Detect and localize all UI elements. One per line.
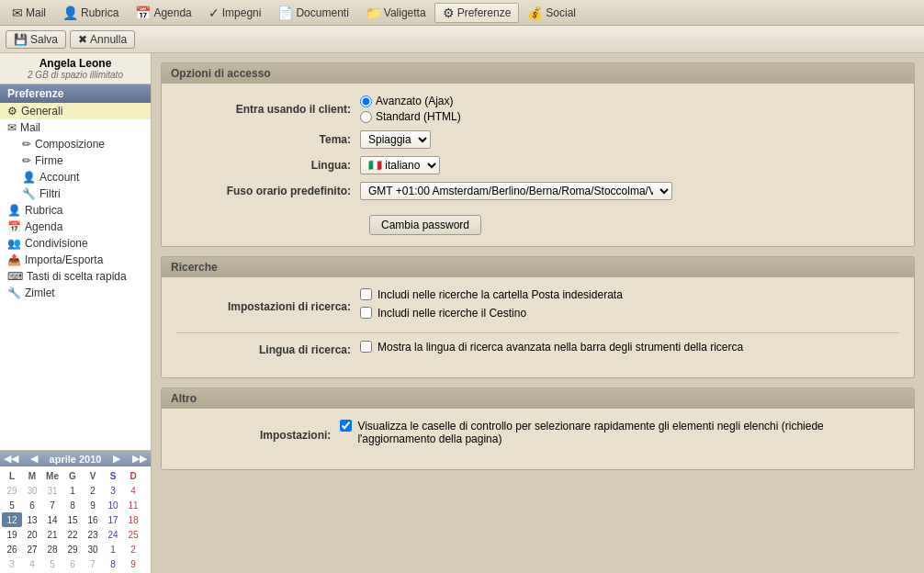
nav-social[interactable]: 💰 Social — [519, 3, 584, 23]
cal-next-next[interactable]: ▶▶ — [132, 453, 147, 465]
altro-checkbox-1[interactable] — [340, 420, 352, 432]
sidebar-item-tasti[interactable]: ⌨ Tasti di scelta rapida — [0, 268, 151, 285]
fuso-select[interactable]: GMT +01:00 Amsterdam/Berlino/Berna/Roma/… — [360, 182, 672, 200]
cal-day-5[interactable]: 5 — [2, 498, 22, 512]
radio-standard[interactable]: Standard (HTML) — [360, 110, 461, 123]
ricerca-option1-label: Includi nelle ricerche la cartella Posta… — [377, 288, 623, 301]
lingua-ricerca-checkbox[interactable] — [360, 341, 372, 353]
radio-avanzato[interactable]: Avanzato (Ajax) — [360, 95, 461, 107]
ricerca-checkbox-2[interactable] — [360, 307, 372, 319]
sidebar-item-importa[interactable]: 📤 Importa/Esporta — [0, 252, 151, 268]
cal-day-23[interactable]: 23 — [83, 527, 103, 542]
sidebar-item-condivisione[interactable]: 👥 Condivisione — [0, 235, 151, 252]
top-navigation: ✉ Mail 👤 Rubrica 📅 Agenda ✓ Impegni 📄 Do… — [0, 0, 924, 26]
cal-day-11[interactable]: 11 — [123, 498, 143, 512]
cal-day-1[interactable]: 1 — [62, 483, 83, 498]
filtri-icon: 🔧 — [22, 187, 36, 200]
cal-day-2[interactable]: 2 — [83, 483, 103, 498]
cal-day-4[interactable]: 4 — [123, 483, 143, 498]
sidebar-scroll: Preferenze ⚙ Generali ✉ Mail ✏ Composizi… — [0, 84, 151, 450]
sidebar-item-composizione[interactable]: ✏ Composizione — [0, 136, 151, 152]
nav-impegni[interactable]: ✓ Impegni — [200, 3, 270, 23]
sidebar-item-firme[interactable]: ✏ Firme — [0, 152, 151, 169]
nav-valigetta[interactable]: 📁 Valigetta — [357, 3, 434, 23]
nav-mail[interactable]: ✉ Mail — [4, 3, 54, 23]
cal-week-3: 12 13 14 15 16 17 18 — [2, 512, 149, 527]
sidebar-item-zimlet[interactable]: 🔧 Zimlet — [0, 285, 151, 301]
cal-day-3[interactable]: 3 — [103, 483, 123, 498]
cal-day-6[interactable]: 6 — [22, 498, 42, 512]
cal-day-13[interactable]: 13 — [22, 512, 42, 527]
cal-day-12-today[interactable]: 12 — [2, 512, 22, 527]
cal-day-31-prev[interactable]: 31 — [42, 483, 62, 498]
cal-day-7-next[interactable]: 7 — [83, 556, 103, 571]
ricerca-option2-row: Includi nelle ricerche il Cestino — [360, 307, 623, 320]
cal-day-29-prev[interactable]: 29 — [2, 483, 22, 498]
tema-select[interactable]: Spiaggia — [360, 130, 431, 149]
cal-day-17[interactable]: 17 — [103, 512, 123, 527]
cal-day-30[interactable]: 30 — [83, 542, 103, 556]
cal-day-20[interactable]: 20 — [22, 527, 42, 542]
mail-icon: ✉ — [12, 6, 23, 20]
cal-day-4-next[interactable]: 4 — [22, 556, 42, 571]
cal-day-9-next[interactable]: 9 — [123, 556, 143, 571]
rubrica-icon: 👤 — [62, 6, 78, 20]
cal-day-26[interactable]: 26 — [2, 542, 22, 556]
cal-day-30-prev[interactable]: 30 — [22, 483, 42, 498]
sidebar-item-filtri[interactable]: 🔧 Filtri — [0, 185, 151, 202]
ricerca-label: Impostazioni di ricerca: — [176, 300, 360, 313]
cal-day-25[interactable]: 25 — [123, 527, 143, 542]
generali-icon: ⚙ — [7, 105, 17, 118]
cal-day-7[interactable]: 7 — [42, 498, 62, 512]
cal-day-15[interactable]: 15 — [62, 512, 83, 527]
cal-next[interactable]: ▶ — [113, 453, 120, 465]
cal-day-21[interactable]: 21 — [42, 527, 62, 542]
nav-agenda[interactable]: 📅 Agenda — [127, 3, 199, 23]
cal-day-5-next[interactable]: 5 — [42, 556, 62, 571]
cal-day-2-next[interactable]: 2 — [123, 542, 143, 556]
preferenze-icon: ⚙ — [443, 6, 455, 20]
section-altro-body: Impostazioni: Visualizza le caselle di c… — [162, 409, 914, 469]
sidebar-header: Preferenze — [0, 84, 151, 103]
cal-day-10[interactable]: 10 — [103, 498, 123, 512]
section-accesso-body: Entra usando il client: Avanzato (Ajax) … — [162, 84, 914, 246]
sidebar-item-agenda[interactable]: 📅 Agenda — [0, 219, 151, 235]
sidebar-item-rubrica[interactable]: 👤 Rubrica — [0, 202, 151, 219]
lingua-select[interactable]: 🇮🇹 italiano — [360, 156, 440, 174]
cal-day-29[interactable]: 29 — [62, 542, 83, 556]
sidebar-item-mail[interactable]: ✉ Mail — [0, 119, 151, 136]
cal-prev-prev[interactable]: ◀◀ — [4, 453, 18, 465]
save-button[interactable]: 💾 Salva — [6, 30, 66, 49]
sidebar-item-generali[interactable]: ⚙ Generali — [0, 103, 151, 119]
altro-label: Impostazioni: — [176, 429, 340, 442]
cal-day-6-next[interactable]: 6 — [62, 556, 83, 571]
cancel-button[interactable]: ✖ Annulla — [70, 30, 135, 49]
cal-day-19[interactable]: 19 — [2, 527, 22, 542]
ricerca-checkbox-1[interactable] — [360, 288, 372, 300]
cal-day-8[interactable]: 8 — [62, 498, 83, 512]
sidebar-item-account[interactable]: 👤 Account — [0, 169, 151, 185]
cal-day-3-next[interactable]: 3 — [2, 556, 22, 571]
cal-prev[interactable]: ◀ — [30, 453, 38, 465]
tema-label: Tema: — [176, 133, 360, 146]
cal-day-d: D — [123, 468, 143, 483]
cal-day-22[interactable]: 22 — [62, 527, 83, 542]
cambio-password-button[interactable]: Cambia password — [369, 215, 481, 235]
cal-day-18[interactable]: 18 — [123, 512, 143, 527]
cal-day-27[interactable]: 27 — [22, 542, 42, 556]
nav-preferenze[interactable]: ⚙ Preferenze — [434, 3, 520, 23]
cal-day-8-next[interactable]: 8 — [103, 556, 123, 571]
cal-day-28[interactable]: 28 — [42, 542, 62, 556]
agenda-icon: 📅 — [135, 6, 151, 20]
cal-day-9[interactable]: 9 — [83, 498, 103, 512]
cal-day-24[interactable]: 24 — [103, 527, 123, 542]
cal-day-14[interactable]: 14 — [42, 512, 62, 527]
nav-documenti[interactable]: 📄 Documenti — [269, 3, 356, 23]
cal-day-16[interactable]: 16 — [83, 512, 103, 527]
calendar-grid: L M Me G V S D 29 30 31 1 2 3 4 — [0, 466, 151, 573]
nav-rubrica[interactable]: 👤 Rubrica — [54, 3, 127, 23]
radio-standard-input[interactable] — [360, 111, 372, 123]
radio-avanzato-input[interactable] — [360, 96, 372, 107]
tema-row: Tema: Spiaggia — [176, 130, 899, 149]
cal-day-1-next[interactable]: 1 — [103, 542, 123, 556]
